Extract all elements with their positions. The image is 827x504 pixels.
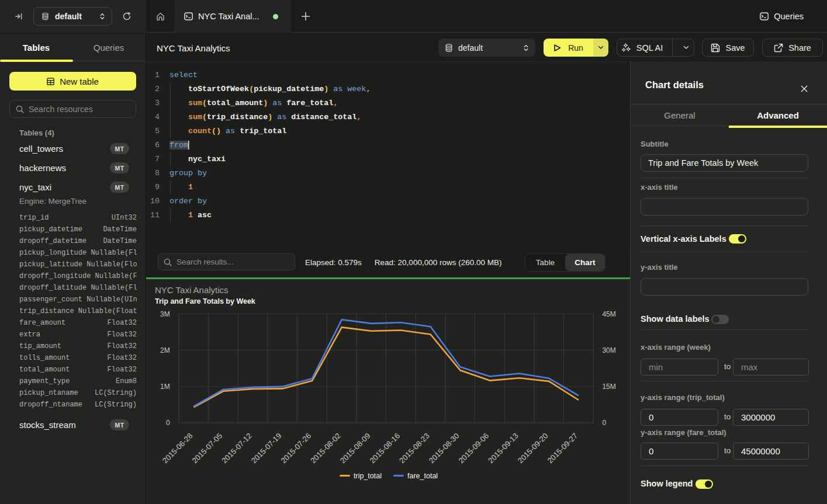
svg-text:2015-06-28: 2015-06-28	[161, 432, 195, 465]
svg-text:2M: 2M	[160, 346, 170, 354]
svg-text:2015-07-26: 2015-07-26	[279, 432, 313, 465]
svg-text:15M: 15M	[602, 383, 615, 391]
svg-text:2015-09-20: 2015-09-20	[516, 432, 550, 465]
svg-text:2015-07-12: 2015-07-12	[220, 432, 254, 465]
svg-text:0: 0	[602, 419, 606, 427]
svg-text:2015-08-09: 2015-08-09	[338, 432, 372, 465]
svg-text:45M: 45M	[602, 310, 615, 318]
svg-text:2015-07-19: 2015-07-19	[250, 432, 283, 465]
svg-text:2015-09-06: 2015-09-06	[456, 432, 490, 465]
svg-text:30M: 30M	[602, 346, 615, 354]
svg-text:3M: 3M	[160, 310, 170, 318]
svg-text:2015-08-23: 2015-08-23	[397, 432, 431, 465]
svg-text:2015-08-02: 2015-08-02	[309, 432, 342, 465]
svg-text:2015-09-13: 2015-09-13	[486, 432, 520, 465]
svg-text:0: 0	[166, 419, 170, 427]
svg-text:2015-09-27: 2015-09-27	[545, 432, 579, 465]
svg-text:2015-08-16: 2015-08-16	[368, 432, 402, 465]
svg-text:2015-08-30: 2015-08-30	[427, 432, 461, 465]
svg-text:2015-07-05: 2015-07-05	[190, 432, 224, 465]
svg-text:fare_total: fare_total	[407, 472, 438, 480]
svg-text:1M: 1M	[160, 383, 170, 391]
svg-text:trip_total: trip_total	[354, 472, 382, 480]
